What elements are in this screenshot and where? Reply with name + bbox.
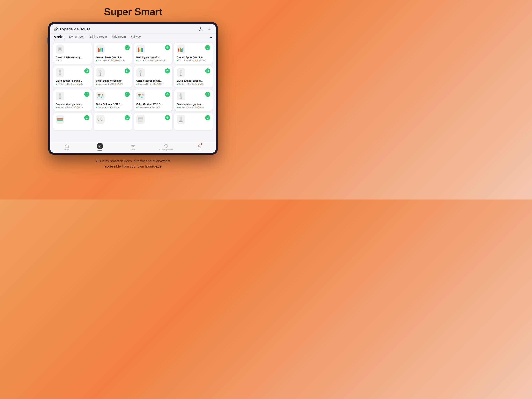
power-button[interactable] [205, 45, 210, 50]
footer-text: All Calex smart devices, directly and ev… [95, 159, 171, 169]
card-top [96, 115, 130, 124]
svg-marker-21 [59, 95, 61, 98]
card-top [96, 92, 130, 100]
power-button[interactable] [84, 115, 89, 120]
tab-dining-room[interactable]: Dining Room [90, 35, 107, 40]
device-card[interactable]: Calex outdoor spotlight Garden ●ON ★100%… [94, 66, 132, 87]
svg-rect-18 [181, 73, 181, 75]
card-top [56, 115, 89, 124]
tab-kids-room[interactable]: Kids Room [112, 35, 126, 40]
side-button [48, 38, 48, 44]
nav-experience-label: Calex Experience [159, 149, 173, 151]
device-card[interactable]: Calex outdoor garden... Garden ●ON ★100%… [53, 66, 92, 87]
room-tabs: Garden Living Room Dining Room Kids Room… [50, 34, 216, 40]
device-icon [56, 92, 64, 100]
camera-button[interactable] [198, 26, 203, 32]
device-icon [96, 45, 105, 54]
device-status: Garden ●ON ★100% 🔆50% [56, 83, 89, 85]
device-name: Calex outdoor spotlig... [177, 79, 210, 83]
device-card[interactable] [53, 113, 92, 130]
svg-rect-23 [180, 93, 182, 95]
device-info: Calex outdoor spotlig... Garden ●ON ★100… [136, 79, 170, 85]
nav-experience[interactable]: Calex Experience [150, 144, 183, 151]
card-top [96, 68, 130, 77]
power-button[interactable] [125, 115, 130, 120]
device-card[interactable]: Calex outdoor spotlig... Garden ●ON ★100… [134, 66, 172, 87]
power-button[interactable] [205, 92, 210, 97]
power-button[interactable] [165, 68, 170, 73]
device-card[interactable]: Calex outdoor garden... Garden ●ON ★100%… [53, 90, 92, 111]
power-button[interactable] [125, 68, 130, 73]
tab-hallway[interactable]: Hallway [130, 35, 141, 40]
device-name: Calex Outdoor RGB S... [136, 103, 170, 106]
svg-marker-9 [59, 72, 61, 75]
device-info: Ground Spots (set of 3) Gar... ●ON ★80% … [177, 56, 210, 62]
header-left: Experience House [54, 27, 90, 31]
device-status: Garden ●ON ★30% ⏱0s [96, 106, 130, 109]
device-card[interactable]: Calex Outdoor RGB S... Garden ●ON ★30% ⏱… [94, 90, 132, 111]
device-card[interactable] [94, 113, 132, 130]
bottom-nav: Home Room Smart [50, 142, 216, 153]
device-card[interactable]: Ground Spots (set of 3) Gar... ●ON ★80% … [174, 43, 213, 64]
power-button[interactable] [84, 68, 89, 73]
page-title: Super Smart [104, 6, 162, 18]
power-button[interactable] [125, 92, 130, 97]
power-button[interactable] [165, 115, 170, 120]
device-card[interactable]: Calex Outdoor RGB S... Garden ●ON ★30% ⏱… [134, 90, 172, 111]
device-card[interactable]: Calex outdoor garden... Garden ●ON ★100%… [174, 90, 213, 111]
nav-smart-label: Smart [131, 149, 135, 151]
power-button[interactable] [165, 45, 170, 50]
device-icon [177, 115, 185, 124]
power-button[interactable] [125, 45, 130, 50]
card-top [136, 45, 170, 54]
device-icon [136, 115, 145, 124]
device-status: Garden ●ON ★100% 🔆50% [177, 106, 210, 109]
device-status: Gar... ●ON ★80% 🔆50% ⏱0s [96, 60, 130, 62]
nav-me[interactable]: Me [183, 144, 216, 151]
nav-home-label: Home [64, 149, 69, 151]
device-name: Calex outdoor garden... [177, 103, 210, 106]
device-card[interactable]: Calex Link(Bluetooth)... Garden [53, 43, 92, 64]
device-info: Calex outdoor garden... Garden ●ON ★100%… [56, 79, 89, 85]
device-card[interactable]: Garden Posts (set of 3) Gar... ●ON ★80% … [94, 43, 132, 64]
tab-garden[interactable]: Garden [54, 35, 64, 40]
nav-smart[interactable]: Smart [116, 144, 150, 151]
nav-room[interactable]: Room [83, 143, 116, 151]
power-button[interactable] [205, 115, 210, 120]
tab-living-room[interactable]: Living Room [69, 35, 85, 40]
device-icon [96, 92, 105, 100]
power-button[interactable] [165, 92, 170, 97]
device-status: Ga... ●ON ★100% 🔆50% ⏱0s [136, 60, 170, 62]
device-info: Calex outdoor garden... Garden ●ON ★100%… [56, 103, 89, 109]
nav-home[interactable]: Home [50, 144, 83, 151]
device-card[interactable] [134, 113, 172, 130]
add-button[interactable] [206, 26, 212, 32]
device-info: Garden Posts (set of 3) Gar... ●ON ★80% … [96, 56, 130, 62]
card-top [177, 45, 210, 54]
svg-point-11 [99, 70, 101, 73]
svg-point-39 [198, 145, 200, 146]
power-button[interactable] [205, 68, 210, 73]
svg-rect-34 [180, 121, 182, 121]
svg-rect-35 [179, 121, 183, 122]
device-card[interactable] [174, 113, 213, 130]
device-name: Garden Posts (set of 3) [96, 56, 130, 59]
device-icon [96, 68, 105, 77]
device-icon [56, 68, 64, 77]
device-name: Calex Outdoor RGB S... [96, 103, 130, 106]
nav-me-label: Me [198, 149, 201, 151]
power-button[interactable] [84, 92, 89, 97]
device-card[interactable]: Calex outdoor spotlig... Garden ●ON ★100… [174, 66, 213, 87]
device-name: Calex outdoor garden... [56, 103, 89, 106]
tablet-device: Experience House [48, 22, 218, 155]
device-icon [56, 45, 64, 54]
device-name: Calex outdoor garden... [56, 79, 89, 83]
device-grid: Calex Link(Bluetooth)... Garden [50, 40, 216, 142]
hamburger-menu[interactable]: ≡ [210, 35, 212, 39]
device-status: Garden ●ON ★100% 🔆50% [56, 106, 89, 109]
svg-marker-24 [180, 95, 182, 98]
notification-badge [201, 143, 202, 145]
svg-rect-27 [57, 119, 63, 121]
device-status: Gar... ●ON ★80% 🔆50% ⏱0s [177, 60, 210, 62]
device-card[interactable]: Path Lights (set of 3) Ga... ●ON ★100% 🔆… [134, 43, 172, 64]
